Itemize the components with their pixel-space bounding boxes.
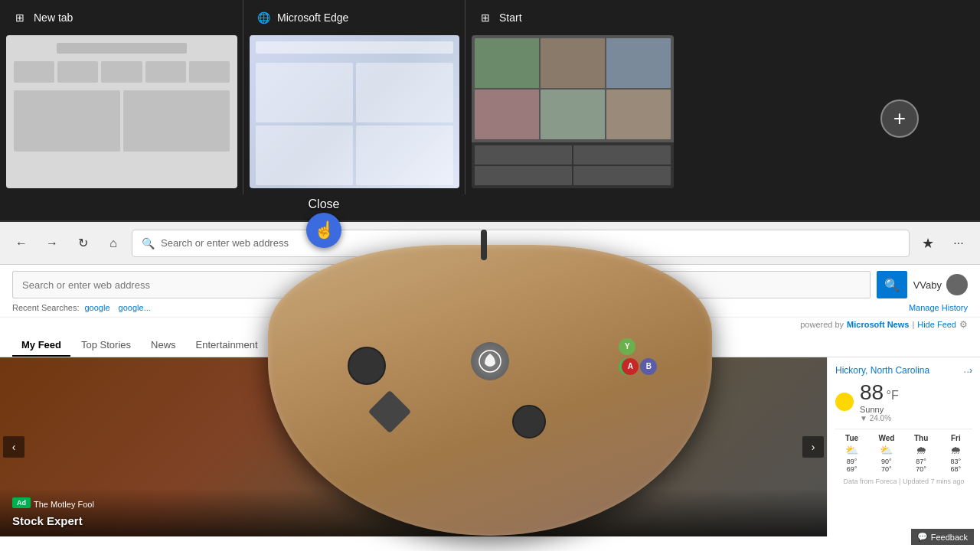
hide-feed-link[interactable]: Hide Feed xyxy=(917,320,956,329)
forecast-thu: Thu 🌧 87°70° xyxy=(905,434,938,473)
start-label: Start xyxy=(499,11,522,24)
task-item-edge[interactable]: 🌐 Microsoft Edge xyxy=(243,0,466,194)
tab-sports[interactable]: Sp... xyxy=(269,334,308,357)
task-item-start-header: ⊞ Start xyxy=(466,0,680,35)
powered-by-bar: powered by Microsoft News | Hide Feed ⚙ xyxy=(0,318,980,331)
start-thumbnail xyxy=(472,35,674,188)
edge-thumbnail xyxy=(250,35,459,188)
weather-location[interactable]: Hickory, North Carolina › xyxy=(835,365,972,376)
feedback-icon: 💬 xyxy=(917,532,928,542)
search-button[interactable]: 🔍 xyxy=(877,271,907,298)
address-bar-text: Search or enter web address xyxy=(161,237,289,249)
newtab-grid-preview xyxy=(14,61,230,83)
forecast-tue: Tue ⛅ 89°69° xyxy=(835,434,868,473)
recent-item-2[interactable]: google... xyxy=(119,303,151,312)
forecast-fri: Fri 🌧 83°68° xyxy=(939,434,972,473)
weather-more-button[interactable]: ··· xyxy=(963,365,972,377)
news-feed: Ad The Motley Fool Stock Expert ‹ › xyxy=(0,357,827,536)
news-card-overlay: Ad The Motley Fool Stock Expert xyxy=(0,488,827,536)
settings-icon[interactable]: ⚙ xyxy=(959,319,968,330)
main-content: Ad The Motley Fool Stock Expert ‹ › Hick… xyxy=(0,357,980,536)
close-label[interactable]: Close xyxy=(309,197,340,211)
user-area: VVaby xyxy=(913,274,968,295)
newtab-icon: ⊞ xyxy=(12,10,28,25)
powered-by-label: powered by xyxy=(800,320,844,329)
weather-sun-icon xyxy=(835,393,854,411)
task-item-newtab[interactable]: ⊞ New tab xyxy=(0,0,243,194)
browser-content: 🔍 VVaby Recent Searches: google google..… xyxy=(0,265,980,551)
news-card-title: Stock Expert xyxy=(12,514,815,527)
weather-forecast: Tue ⛅ 89°69° Wed ⛅ 90°70° Thu 🌧 87°70° F… xyxy=(835,429,972,473)
weather-widget: Hickory, North Carolina › 88 °F Sunny ▼ … xyxy=(827,357,980,536)
search-input[interactable] xyxy=(12,271,871,298)
task-item-edge-header: 🌐 Microsoft Edge xyxy=(243,0,465,35)
browser-chrome: ← → ↻ ⌂ 🔍 Search or enter web address ★ … xyxy=(0,222,980,265)
back-button[interactable]: ← xyxy=(9,231,34,256)
forward-button[interactable]: → xyxy=(40,231,64,256)
manage-history-link[interactable]: Manage History xyxy=(909,303,968,312)
newtab-label: New tab xyxy=(34,11,73,24)
news-source: The Motley Fool xyxy=(34,500,94,509)
forecast-wed: Wed ⛅ 90°70° xyxy=(870,434,903,473)
address-bar[interactable]: 🔍 Search or enter web address xyxy=(132,230,910,257)
newtab-search-preview xyxy=(57,43,186,54)
tab-topstories[interactable]: Top Stories xyxy=(72,334,140,357)
ad-badge: Ad xyxy=(12,497,31,508)
task-item-start[interactable]: ⊞ Start xyxy=(466,0,680,194)
news-tabs: My Feed Top Stories News Entertainment S… xyxy=(0,331,980,357)
favorites-button[interactable]: ★ xyxy=(916,231,940,256)
task-switcher: ⊞ New tab 🌐 Mic xyxy=(0,0,980,222)
tab-entertainment[interactable]: Entertainment xyxy=(187,334,267,357)
home-button[interactable]: ⌂ xyxy=(101,231,126,256)
feedback-button[interactable]: 💬 Feedback xyxy=(911,529,974,545)
weather-unit: °F xyxy=(887,389,899,402)
next-button[interactable]: › xyxy=(802,436,824,458)
recent-searches: Recent Searches: google google... Manage… xyxy=(12,302,968,314)
refresh-button[interactable]: ↻ xyxy=(70,231,95,256)
edge-icon: 🌐 xyxy=(256,10,271,25)
search-area: 🔍 VVaby Recent Searches: google google..… xyxy=(0,265,980,318)
weather-footer: Data from Foreca | Updated 7 mins ago xyxy=(835,478,972,485)
recent-item-1[interactable]: google xyxy=(85,303,110,312)
more-button[interactable]: ··· xyxy=(946,231,971,256)
task-item-newtab-header: ⊞ New tab xyxy=(0,0,243,35)
recent-label: Recent Searches: xyxy=(12,303,79,312)
prev-button[interactable]: ‹ xyxy=(3,436,24,458)
tab-news[interactable]: News xyxy=(142,334,185,357)
tab-myfeed[interactable]: My Feed xyxy=(12,334,70,357)
close-finger-icon[interactable]: ☝ xyxy=(306,213,341,248)
ad-label: Ad xyxy=(17,499,26,507)
start-icon: ⊞ xyxy=(478,10,493,25)
feedback-label: Feedback xyxy=(931,533,968,542)
weather-location-text: Hickory, North Carolina xyxy=(835,365,929,376)
weather-precipitation: ▼ 24.0% xyxy=(860,414,899,422)
user-avatar xyxy=(946,274,968,295)
weather-main: 88 °F Sunny ▼ 24.0% xyxy=(835,380,972,422)
username-label: VVaby xyxy=(913,279,942,291)
news-card[interactable]: Ad The Motley Fool Stock Expert ‹ › xyxy=(0,357,827,536)
weather-temp: 88 xyxy=(860,380,884,404)
newtab-thumbnail xyxy=(6,35,237,188)
search-row: 🔍 VVaby xyxy=(12,271,968,298)
weather-condition: Sunny xyxy=(860,405,899,414)
add-new-button[interactable]: + xyxy=(880,99,919,138)
address-search-icon: 🔍 xyxy=(142,237,155,249)
close-popup: Close ☝ xyxy=(306,197,341,248)
edge-label: Microsoft Edge xyxy=(277,11,348,24)
microsoft-news-link[interactable]: Microsoft News xyxy=(847,320,909,329)
